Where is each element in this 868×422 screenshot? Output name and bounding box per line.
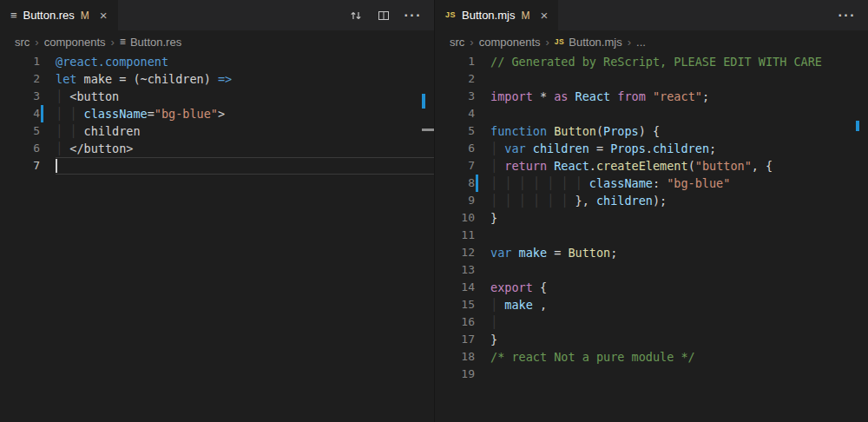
breadcrumb-item[interactable]: JSButton.mjs	[555, 36, 622, 49]
tab-bar-left: ≡ Button.res M × ···	[0, 0, 434, 30]
more-actions-icon[interactable]: ···	[838, 8, 856, 23]
js-file-icon: JS	[445, 11, 456, 19]
split-editor-icon[interactable]	[377, 9, 391, 23]
text-cursor	[56, 159, 57, 173]
line-number: 5	[0, 122, 40, 140]
line-number: 16	[435, 313, 475, 331]
code-line-content: │	[490, 313, 868, 331]
breadcrumb-separator: ›	[470, 36, 473, 49]
line-number: 7	[435, 157, 475, 175]
breadcrumb-item[interactable]: src	[450, 36, 464, 49]
code-line-content: │ return React.createElement("button", {	[490, 157, 868, 175]
git-modified-gutter-indicator	[476, 175, 478, 192]
line-number: 2	[435, 70, 475, 88]
git-modified-badge: M	[81, 10, 89, 22]
line-number: 4	[0, 105, 40, 122]
code-line[interactable]: 18/* react Not a pure module */	[435, 348, 868, 366]
code-line[interactable]: 10}	[435, 209, 868, 227]
line-number: 10	[435, 209, 475, 227]
code-line[interactable]: 3│ <button	[0, 88, 434, 105]
code-line-content: │ </button>	[56, 140, 434, 157]
line-number: 4	[435, 105, 475, 122]
line-number: 18	[435, 348, 475, 366]
code-line[interactable]: 4	[435, 105, 868, 122]
close-icon[interactable]: ×	[100, 9, 108, 22]
code-line-content	[490, 261, 868, 279]
line-number: 6	[0, 140, 40, 157]
code-line[interactable]: 2let make = (~children) =>	[0, 70, 434, 88]
breadcrumb-separator: ›	[35, 36, 38, 49]
code-line[interactable]: 4│ │ className="bg-blue">	[0, 105, 434, 122]
breadcrumb-separator: ›	[546, 36, 549, 49]
breadcrumb-right: src›components›JSButton.mjs›...	[435, 30, 868, 53]
line-number: 9	[435, 192, 475, 209]
breadcrumb-separator: ›	[111, 36, 115, 49]
code-line[interactable]: 17}	[435, 331, 868, 348]
close-icon[interactable]: ×	[540, 9, 548, 22]
editor-actions-left: ···	[337, 0, 434, 30]
code-line-content: @react.component	[56, 53, 434, 70]
code-line[interactable]: 6│ var children = Props.children;	[435, 140, 868, 157]
code-line-content: }	[490, 209, 868, 227]
code-line[interactable]: 5│ │ children	[0, 122, 434, 140]
code-line[interactable]: 9│ │ │ │ │ │ }, children);	[435, 192, 868, 209]
tab-title: Button.res	[23, 9, 75, 22]
breadcrumb-item[interactable]: ...	[636, 36, 646, 49]
git-modified-badge: M	[521, 10, 529, 22]
line-number: 11	[435, 227, 475, 244]
code-line[interactable]: 16│	[435, 313, 868, 331]
line-number: 15	[435, 296, 475, 313]
js-file-icon: JS	[555, 37, 564, 46]
code-line[interactable]: 3import * as React from "react";	[435, 88, 868, 105]
code-line[interactable]: 8│ │ │ │ │ │ │ className: "bg-blue"	[435, 175, 868, 192]
code-editor-right[interactable]: 1// Generated by ReScript, PLEASE EDIT W…	[435, 53, 868, 422]
code-line-content	[56, 157, 434, 175]
breadcrumb-item[interactable]: src	[15, 36, 30, 49]
git-modified-gutter-indicator	[41, 105, 43, 122]
code-line-content: import * as React from "react";	[490, 88, 868, 105]
code-line[interactable]: 7	[0, 157, 434, 175]
code-line[interactable]: 1// Generated by ReScript, PLEASE EDIT W…	[435, 53, 868, 70]
code-line[interactable]: 13	[435, 261, 868, 279]
code-line[interactable]: 14export {	[435, 279, 868, 296]
line-number: 2	[0, 70, 40, 88]
editor-group-right: JS Button.mjs M × ··· src›components›JSB…	[434, 0, 868, 422]
line-number: 3	[435, 88, 475, 105]
more-actions-icon[interactable]: ···	[404, 8, 422, 23]
line-number: 13	[435, 261, 475, 279]
code-line-content	[490, 227, 868, 244]
code-line[interactable]: 7│ return React.createElement("button", …	[435, 157, 868, 175]
code-line-content: /* react Not a pure module */	[490, 348, 868, 366]
line-number: 17	[435, 331, 475, 348]
code-line-content: let make = (~children) =>	[56, 70, 434, 88]
code-editor-left[interactable]: 1@react.component2let make = (~children)…	[0, 53, 434, 422]
code-line[interactable]: 5function Button(Props) {	[435, 122, 868, 140]
breadcrumb-item[interactable]: components	[44, 36, 106, 49]
code-line-content: // Generated by ReScript, PLEASE EDIT WI…	[490, 53, 868, 70]
compare-changes-icon[interactable]	[349, 9, 363, 23]
code-line-content	[490, 366, 868, 383]
breadcrumb-item[interactable]: ≡Button.res	[120, 36, 181, 49]
code-line-content: }	[490, 331, 868, 348]
code-line-content: │ make ,	[490, 296, 868, 313]
code-line[interactable]: 2	[435, 70, 868, 88]
code-line[interactable]: 19	[435, 366, 868, 383]
code-line[interactable]: 11	[435, 227, 868, 244]
line-number: 3	[0, 88, 40, 105]
line-number: 6	[435, 140, 475, 157]
line-number: 19	[435, 366, 475, 383]
tab-button-mjs[interactable]: JS Button.mjs M ×	[435, 0, 558, 30]
code-line-content	[490, 70, 868, 88]
vscode-window: ≡ Button.res M × ··· src›components›≡But…	[0, 0, 868, 422]
file-icon: ≡	[10, 10, 17, 21]
tab-bar-right: JS Button.mjs M × ···	[435, 0, 868, 30]
code-line[interactable]: 1@react.component	[0, 53, 434, 70]
code-line[interactable]: 12var make = Button;	[435, 244, 868, 261]
editor-actions-right: ···	[826, 0, 868, 30]
code-line[interactable]: 6│ </button>	[0, 140, 434, 157]
code-line[interactable]: 15│ make ,	[435, 296, 868, 313]
line-number: 14	[435, 279, 475, 296]
tab-button-res[interactable]: ≡ Button.res M ×	[0, 0, 118, 30]
code-line-content	[490, 105, 868, 122]
breadcrumb-item[interactable]: components	[479, 36, 541, 49]
